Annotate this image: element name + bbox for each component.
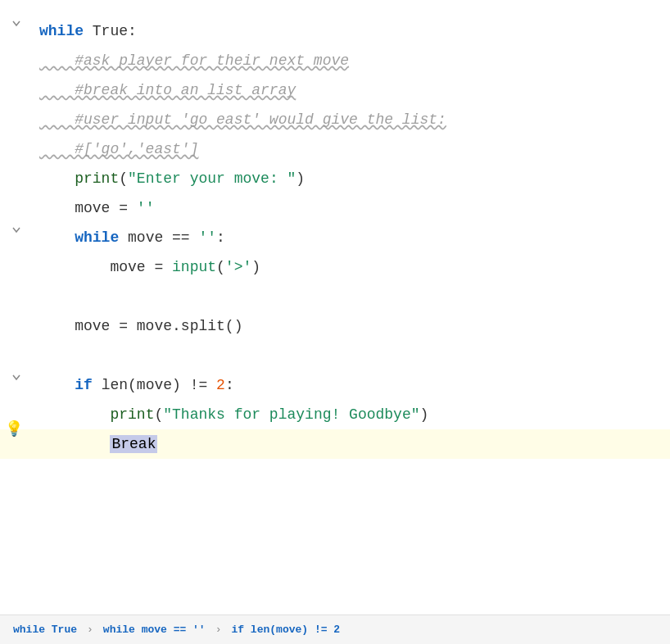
line-content: if len(move) != 2:: [33, 370, 670, 400]
code-line: [0, 282, 670, 311]
line-content: #ask player for their next move: [33, 46, 670, 75]
arrow-down-icon: [10, 16, 23, 29]
code-container: while True: #ask player for their next m…: [0, 16, 670, 459]
line-content: move = input('>'): [33, 252, 670, 282]
code-line: print("Thanks for playing! Goodbye"): [0, 400, 670, 429]
arrow-down-icon: [10, 223, 23, 236]
line-content: Break: [33, 429, 670, 459]
code-line: while True:: [0, 16, 670, 46]
code-line: while move == '':: [0, 223, 670, 252]
code-line: move = '': [0, 193, 670, 223]
breadcrumb-item-2: while move == '': [103, 624, 206, 636]
line-content: move = move.split(): [33, 311, 670, 341]
code-line: [0, 341, 670, 370]
line-content: #['go','east']: [33, 134, 670, 164]
line-content: move = '': [33, 193, 670, 223]
line-content: print("Enter your move: "): [33, 164, 670, 193]
break-keyword: Break: [110, 435, 157, 453]
code-line: #['go','east']: [0, 134, 670, 164]
gutter: [0, 223, 33, 236]
code-line: #ask player for their next move: [0, 46, 670, 75]
code-line: move = input('>'): [0, 252, 670, 282]
breadcrumb-item-3: if len(move) != 2: [231, 624, 340, 636]
gutter: [0, 370, 33, 383]
code-line: #user input 'go east' would give the lis…: [0, 105, 670, 134]
line-content: [33, 282, 670, 311]
statusbar: while True › while move == '' › if len(m…: [0, 615, 670, 644]
arrow-down-icon: [10, 370, 23, 383]
bulb-icon: 💡: [5, 415, 23, 444]
code-line: #break into an list array: [0, 75, 670, 105]
gutter: [0, 16, 33, 29]
code-line: print("Enter your move: "): [0, 164, 670, 193]
code-line: if len(move) != 2:: [0, 370, 670, 400]
line-content: [33, 341, 670, 370]
breadcrumb-item-1: while True: [13, 624, 77, 636]
line-content: #user input 'go east' would give the lis…: [33, 105, 670, 134]
breadcrumb-arrow-1: ›: [87, 624, 93, 636]
line-content: while True:: [33, 16, 670, 46]
code-line-highlighted: 💡 Break: [0, 429, 670, 459]
code-editor[interactable]: while True: #ask player for their next m…: [0, 0, 670, 615]
breadcrumb-arrow-2: ›: [215, 624, 222, 636]
line-content: #break into an list array: [33, 75, 670, 105]
line-content: while move == '':: [33, 223, 670, 252]
line-content: print("Thanks for playing! Goodbye"): [33, 400, 670, 429]
code-line: move = move.split(): [0, 311, 670, 341]
